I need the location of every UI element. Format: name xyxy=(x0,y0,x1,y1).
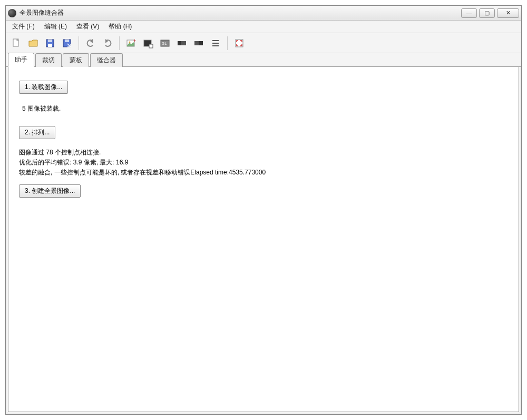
toolbar-list-button[interactable] xyxy=(208,36,223,51)
toolbar-new-button[interactable] xyxy=(9,36,24,51)
align-info-line2: 优化后的平均错误: 3.9 像素, 最大: 16.9 xyxy=(19,158,508,168)
align-button[interactable]: 2. 排列... xyxy=(19,126,55,139)
svg-text:+: + xyxy=(133,38,136,43)
toolbar: + GL xyxy=(6,33,521,53)
toolbar-separator xyxy=(79,36,79,50)
loaded-status-text: 5 图像被装载. xyxy=(22,104,508,113)
toolbar-open-button[interactable] xyxy=(26,36,41,51)
toolbar-separator xyxy=(227,36,228,50)
svg-rect-17 xyxy=(178,41,181,45)
panorama-icon xyxy=(177,38,187,48)
tab-stitcher[interactable]: 缝合器 xyxy=(90,53,123,67)
align-info-line1: 图像通过 78 个控制点相连接. xyxy=(19,148,508,158)
svg-rect-6 xyxy=(65,40,69,42)
close-button[interactable]: ✕ xyxy=(497,8,519,18)
gl-preview-icon: GL xyxy=(160,38,170,48)
load-images-button[interactable]: 1. 装载图像... xyxy=(19,81,68,94)
saveas-icon xyxy=(62,38,72,48)
title-bar: 全景图像缝合器 — ▢ ✕ xyxy=(6,6,521,21)
toolbar-redo-button[interactable] xyxy=(100,36,115,51)
toolbar-add-image-button[interactable]: + xyxy=(124,36,139,51)
toolbar-undo-button[interactable] xyxy=(83,36,98,51)
svg-rect-4 xyxy=(48,44,52,47)
close-icon: ✕ xyxy=(506,9,511,16)
toolbar-separator xyxy=(119,36,120,50)
align-info-line3: 较差的融合, 一些控制点可能是坏的, 或者存在视差和移动错误Elapsed ti… xyxy=(19,168,508,178)
maximize-icon: ▢ xyxy=(484,9,490,16)
window-title: 全景图像缝合器 xyxy=(19,8,64,17)
save-icon xyxy=(45,38,55,48)
window-buttons: — ▢ ✕ xyxy=(461,8,519,18)
tab-crop[interactable]: 裁切 xyxy=(35,53,62,67)
toolbar-pano1-button[interactable] xyxy=(174,36,189,51)
open-folder-icon xyxy=(28,38,38,48)
svg-text:GL: GL xyxy=(162,42,167,45)
tab-bar: 助手 裁切 蒙板 缝合器 xyxy=(6,53,521,67)
svg-rect-13 xyxy=(149,44,153,48)
new-file-icon xyxy=(11,38,22,48)
menu-help[interactable]: 帮助 (H) xyxy=(104,21,136,33)
create-panorama-button[interactable]: 3. 创建全景图像... xyxy=(19,184,81,198)
image-settings-icon xyxy=(143,38,153,48)
fullscreen-icon xyxy=(234,38,245,48)
toolbar-fullscreen-button[interactable] xyxy=(232,36,247,51)
toolbar-gl-preview-button[interactable]: GL xyxy=(158,36,172,51)
tab-mask[interactable]: 蒙板 xyxy=(63,53,89,67)
menu-bar: 文件 (F) 编辑 (E) 查看 (V) 帮助 (H) xyxy=(6,21,521,33)
menu-edit[interactable]: 编辑 (E) xyxy=(40,21,71,33)
toolbar-image-settings-button[interactable] xyxy=(141,36,155,51)
toolbar-pano2-button[interactable] xyxy=(191,36,206,51)
toolbar-save-button[interactable] xyxy=(43,36,57,51)
add-image-icon: + xyxy=(126,38,136,48)
svg-rect-3 xyxy=(48,40,52,42)
menu-file[interactable]: 文件 (F) xyxy=(8,21,39,33)
minimize-icon: — xyxy=(466,10,472,16)
undo-icon xyxy=(85,38,96,48)
app-icon xyxy=(8,9,16,17)
redo-icon xyxy=(102,38,113,48)
align-info-block: 图像通过 78 个控制点相连接. 优化后的平均错误: 3.9 像素, 最大: 1… xyxy=(19,148,508,178)
app-window: 全景图像缝合器 — ▢ ✕ 文件 (F) 编辑 (E) 查看 (V) 帮助 (H… xyxy=(5,5,522,415)
tab-assistant[interactable]: 助手 xyxy=(8,53,34,67)
list-icon xyxy=(210,38,221,48)
assistant-panel: 1. 装载图像... 5 图像被装载. 2. 排列... 图像通过 78 个控制… xyxy=(8,67,519,412)
menu-view[interactable]: 查看 (V) xyxy=(72,21,103,33)
panorama2-icon xyxy=(193,38,204,48)
svg-rect-19 xyxy=(199,41,203,45)
toolbar-saveas-button[interactable] xyxy=(60,36,74,51)
maximize-button[interactable]: ▢ xyxy=(479,8,495,18)
minimize-button[interactable]: — xyxy=(461,8,477,18)
